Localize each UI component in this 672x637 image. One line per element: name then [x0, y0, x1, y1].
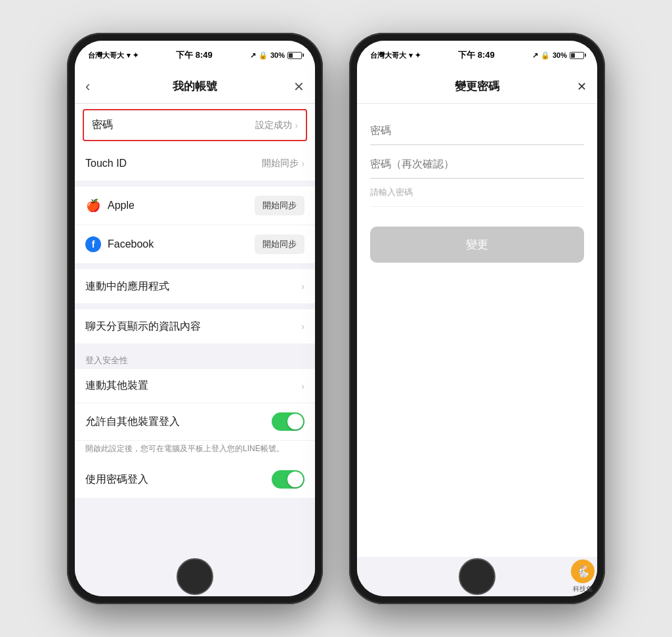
password-label: 密碼 — [92, 118, 255, 132]
linked-devices-row[interactable]: 連動其他裝置 › — [75, 369, 315, 403]
facebook-label: Facebook — [108, 238, 255, 250]
home-button-1[interactable] — [177, 558, 213, 595]
password-login-row[interactable]: 使用密碼登入 — [75, 461, 315, 498]
back-button[interactable]: ‹ — [85, 78, 90, 95]
chat-display-section: 聊天分頁顯示的資訊內容 › — [75, 309, 315, 343]
password-login-label: 使用密碼登入 — [85, 473, 272, 487]
gap-2 — [75, 264, 315, 269]
password-row[interactable]: 密碼 設定成功 › — [83, 109, 307, 141]
p2-header: 變更密碼 ✕ — [357, 70, 597, 104]
phone-1: 台灣大哥大 ▾ ✦ 下午 8:49 ↗ 🔒 30% ‹ 我 — [67, 33, 323, 604]
touch-id-value: 開始同步 — [262, 158, 299, 169]
facebook-sync-button[interactable]: 開始同步 — [255, 234, 304, 254]
home-button-2[interactable] — [459, 558, 495, 595]
gap-4 — [75, 344, 315, 349]
p2-close-button[interactable]: ✕ — [577, 79, 587, 94]
watermark-icon: 🐇 — [571, 560, 595, 583]
p1-screen: ‹ 我的帳號 ✕ 密碼 設定成功 › — [75, 70, 315, 557]
security-section-label: 登入安全性 — [75, 349, 315, 369]
chat-display-chevron: › — [301, 321, 304, 332]
p2-screen: 變更密碼 ✕ 請輸入密碼 變更 — [357, 70, 597, 557]
linked-apps-chevron: › — [301, 281, 304, 292]
password-chevron: › — [295, 120, 298, 131]
linked-apps-section: 連動中的應用程式 › — [75, 269, 315, 303]
watermark: 🐇 科技兔 — [571, 560, 595, 594]
allow-login-toggle[interactable] — [272, 412, 304, 431]
password-value: 設定成功 — [255, 120, 292, 131]
allow-login-label: 允許自其他裝置登入 — [85, 415, 272, 429]
password-hint-text: 請輸入密碼 — [370, 179, 584, 207]
security-section: 連動其他裝置 › 允許自其他裝置登入 開啟此設定後，您可在電腦及平板上登入您的L… — [75, 369, 315, 498]
watermark-label: 科技兔 — [573, 584, 593, 594]
chat-display-row[interactable]: 聊天分頁顯示的資訊內容 › — [75, 309, 315, 343]
p1-title: 我的帳號 — [173, 79, 217, 94]
battery-icon-1 — [287, 52, 302, 59]
allow-login-hint: 開啟此設定後，您可在電腦及平板上登入您的LINE帳號。 — [75, 441, 315, 461]
apple-row[interactable]: 🍎 Apple 開始同步 — [75, 187, 315, 225]
battery-area-1: ↗ 🔒 30% — [250, 51, 302, 60]
home-bar-2 — [357, 557, 597, 596]
confirm-password-input[interactable] — [370, 158, 584, 170]
toggle-knob — [287, 414, 303, 429]
touch-id-section: Touch ID 開始同步 › — [75, 146, 315, 181]
facebook-row[interactable]: f Facebook 開始同步 — [75, 225, 315, 263]
touch-id-row[interactable]: Touch ID 開始同步 › — [75, 146, 315, 181]
battery-area-2: ↗ 🔒 30% — [532, 51, 584, 60]
apple-label: Apple — [108, 200, 255, 211]
touch-id-label: Touch ID — [85, 158, 262, 169]
gap-1 — [75, 181, 315, 187]
time-1: 下午 8:49 — [176, 49, 213, 61]
p1-close-button[interactable]: ✕ — [293, 79, 304, 95]
status-bar-1: 台灣大哥大 ▾ ✦ 下午 8:49 ↗ 🔒 30% — [75, 41, 315, 70]
apple-sync-button[interactable]: 開始同步 — [255, 196, 304, 215]
linked-devices-label: 連動其他裝置 — [85, 379, 301, 393]
password-login-toggle[interactable] — [272, 470, 304, 489]
facebook-icon: f — [85, 236, 101, 252]
carrier-1: 台灣大哥大 ▾ ✦ — [88, 51, 138, 60]
carrier-2: 台灣大哥大 ▾ ✦ — [370, 51, 421, 60]
confirm-password-input-group — [370, 150, 584, 179]
linked-devices-chevron: › — [301, 381, 304, 391]
change-button[interactable]: 變更 — [370, 227, 584, 263]
apple-icon: 🍎 — [85, 198, 101, 213]
p2-form-body: 請輸入密碼 變更 — [357, 104, 597, 343]
p2-title: 變更密碼 — [455, 79, 499, 94]
linked-apps-label: 連動中的應用程式 — [85, 280, 301, 294]
home-bar-1 — [75, 557, 315, 596]
time-2: 下午 8:49 — [458, 49, 495, 61]
password-input[interactable] — [370, 125, 584, 137]
password-input-group — [370, 117, 584, 145]
allow-login-row[interactable]: 允許自其他裝置登入 — [75, 403, 315, 441]
p1-header: ‹ 我的帳號 ✕ — [75, 70, 315, 104]
toggle-knob-2 — [287, 472, 303, 487]
gap-3 — [75, 304, 315, 309]
status-bar-2: 台灣大哥大 ▾ ✦ 下午 8:49 ↗ 🔒 30% — [357, 41, 597, 70]
linked-apps-row[interactable]: 連動中的應用程式 › — [75, 269, 315, 303]
chat-display-label: 聊天分頁顯示的資訊內容 — [85, 320, 301, 334]
sync-section: 🍎 Apple 開始同步 f Facebook 開始同步 — [75, 187, 315, 263]
battery-icon-2 — [570, 52, 584, 59]
phone-2: 台灣大哥大 ▾ ✦ 下午 8:49 ↗ 🔒 30% 變更密碼 — [349, 33, 605, 604]
touch-id-chevron: › — [301, 158, 304, 169]
